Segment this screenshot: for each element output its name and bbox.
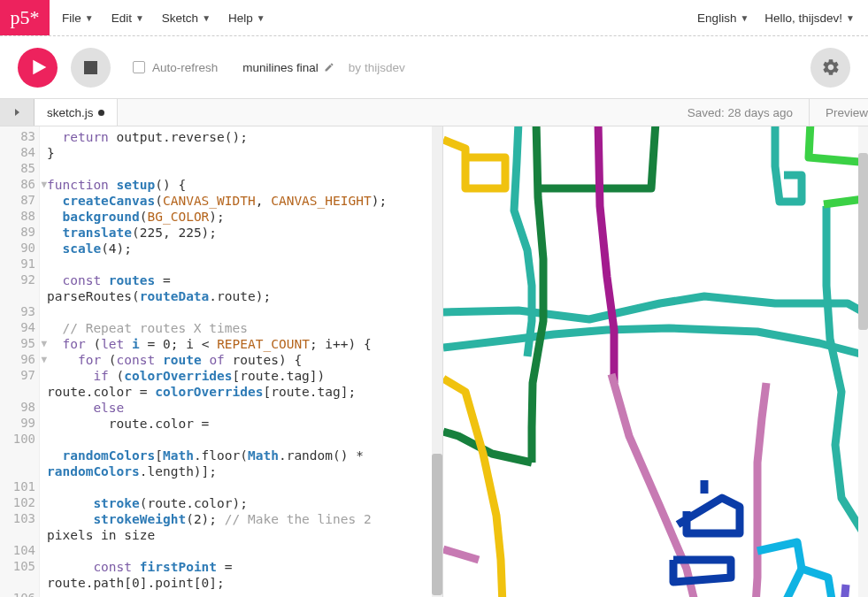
menu-sketch[interactable]: Sketch▼ [162,11,211,25]
caret-down-icon: ▼ [202,13,211,23]
language-selector[interactable]: English▼ [697,11,749,25]
sketch-name[interactable]: munilines final [242,61,334,74]
sidebar-toggle[interactable] [0,99,35,126]
logo[interactable]: p5* [0,0,50,35]
sketch-output [443,126,868,597]
menu-bar-right: English▼ Hello, thijsdev!▼ [697,0,868,35]
caret-down-icon: ▼ [135,13,144,23]
save-status: Saved: 28 days ago [687,99,809,126]
menu-help[interactable]: Help▼ [228,11,265,25]
gear-icon [821,57,841,77]
scrollbar-thumb[interactable] [858,153,868,330]
code-area[interactable]: return output.reverse();}function setup(… [40,126,442,597]
checkbox-icon[interactable] [133,61,145,73]
auto-refresh-toggle[interactable]: Auto-refresh [133,61,218,74]
play-icon [30,58,48,76]
editor-scrollbar[interactable] [432,126,442,597]
play-button[interactable] [18,48,58,88]
scrollbar-thumb[interactable] [432,454,442,595]
menu-edit[interactable]: Edit▼ [111,11,144,25]
unsaved-indicator-icon [98,110,104,116]
caret-down-icon: ▼ [740,13,749,23]
menu-file[interactable]: File▼ [62,11,94,25]
header: p5* File▼ Edit▼ Sketch▼ Help▼ English▼ H… [0,0,868,36]
workspace: 83848586▼878889909192939495▼96▼979899100… [0,126,868,597]
file-tab[interactable]: sketch.js [35,99,118,126]
settings-button[interactable] [810,48,850,88]
menu-bar-left: File▼ Edit▼ Sketch▼ Help▼ [50,0,265,35]
chevron-right-icon [12,107,22,118]
auto-refresh-label: Auto-refresh [152,61,218,74]
stop-icon [84,61,97,74]
line-gutter: 83848586▼878889909192939495▼96▼979899100… [0,126,40,597]
preview-tab-label: Preview [810,99,868,126]
preview-canvas [443,126,868,597]
sketch-author: by thijsdev [349,61,405,74]
toolbar: Auto-refresh munilines final by thijsdev [0,36,868,98]
caret-down-icon: ▼ [85,13,94,23]
code-editor[interactable]: 83848586▼878889909192939495▼96▼979899100… [0,126,443,597]
user-menu[interactable]: Hello, thijsdev!▼ [764,11,855,25]
caret-down-icon: ▼ [846,13,855,23]
tabs-bar: sketch.js Saved: 28 days ago Preview [0,98,868,126]
stop-button[interactable] [71,48,111,88]
preview-scrollbar[interactable] [858,126,868,597]
caret-down-icon: ▼ [257,13,265,23]
pencil-icon [324,62,334,73]
